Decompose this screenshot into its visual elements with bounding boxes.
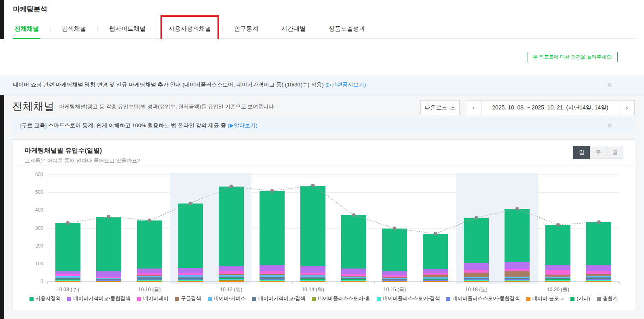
legend-item-총합계[interactable]: 총합계: [597, 295, 618, 302]
bar-segment-네이버가격비교-통합검색: [96, 271, 121, 277]
prev-date-button[interactable]: ‹: [466, 100, 481, 115]
legend-label: 총합계: [603, 295, 618, 302]
stacked-bar-10.13 (월)[interactable]: [260, 191, 285, 282]
date-range-selector[interactable]: 2025. 10. 08. ~ 2025. 10. 21. (지난14일, 14…: [481, 100, 619, 115]
tab-검색채널[interactable]: 검색채널: [60, 19, 88, 38]
bar-segment-네이버 블로그: [341, 281, 366, 282]
tab-웹사이트채널[interactable]: 웹사이트채널: [108, 19, 147, 38]
y-axis-tick-label: 200: [26, 243, 43, 249]
legend-item-네이버-서비스[interactable]: 네이버-서비스: [208, 295, 246, 302]
legend-item-네이버페이[interactable]: 네이버페이: [137, 295, 169, 302]
x-axis-tick: [619, 282, 620, 284]
y-axis-tick-label: 500: [26, 189, 43, 195]
legend-swatch: [137, 297, 141, 301]
x-axis-label: 10.14 (화): [289, 286, 337, 293]
education-link[interactable]: (▶알아보기): [228, 122, 257, 129]
tab-상품노출성과[interactable]: 상품노출성과: [327, 19, 367, 38]
tab-separator: [317, 26, 317, 32]
period-button-주[interactable]: 주: [590, 146, 607, 159]
tab-전체채널[interactable]: 전체채널: [13, 19, 40, 38]
feedback-button[interactable]: 본 리포트에 대한 의견을 들려주세요!: [528, 52, 618, 62]
bar-segment-네이버가격비교-통합검색: [137, 269, 162, 273]
legend-swatch: [30, 297, 34, 301]
x-axis-label: 10.08 (수): [44, 286, 92, 293]
bar-segment-네이버가격비교-통합검색: [260, 265, 285, 271]
bar-segment-네이버 블로그: [219, 281, 244, 282]
legend-item-네이버가격비교-통합검색[interactable]: 네이버가격비교-통합검색: [67, 295, 131, 302]
stacked-bar-10.17 (금)[interactable]: [423, 234, 448, 282]
legend-item-네이버플러스스토어-검색[interactable]: 네이버플러스스토어-검색: [377, 295, 440, 302]
legend-item-네이버플러스스토어-홈[interactable]: 네이버플러스스토어-홈: [312, 295, 370, 302]
x-axis-tick: [456, 282, 456, 284]
legend-item-네이버가격비교-검색[interactable]: 네이버가격비교-검색: [252, 295, 306, 302]
stacked-bar-10.12 (일)[interactable]: [219, 187, 244, 282]
stacked-bar-10.15 (수)[interactable]: [341, 215, 366, 282]
bar-segment-네이버 블로그: [300, 281, 325, 282]
x-axis-label: 10.16 (목): [370, 286, 419, 293]
gridline-y-0: 0: [47, 281, 619, 282]
x-axis-tick: [292, 282, 293, 284]
legend-item-구글검색[interactable]: 구글검색: [175, 295, 201, 302]
tab-시간대별[interactable]: 시간대별: [280, 19, 307, 38]
content-area: 전체채널 마케팅채널(광고 등 각종 유입수단)별 성과(유입수, 결제금액)를…: [4, 95, 644, 319]
bar-segment-사용자정의: [505, 209, 530, 262]
period-button-월[interactable]: 월: [606, 146, 623, 159]
stacked-bar-10.16 (목)[interactable]: [382, 229, 407, 282]
download-icon: [450, 105, 456, 110]
legend-label: 네이버페이: [143, 295, 169, 302]
toolbar-band: 본 리포트에 대한 의견을 들려주세요!: [0, 39, 644, 75]
stacked-bar-10.11 (토)[interactable]: [178, 204, 203, 282]
section-description: 마케팅채널(광고 등 각종 유입수단)별 성과(유입수, 결제금액)를 유입일 …: [59, 103, 275, 110]
legend-item-(기타)[interactable]: (기타): [570, 295, 590, 302]
bar-segment-네이버가격비교-통합검색: [300, 266, 325, 273]
stacked-bar-10.20 (월)[interactable]: [545, 225, 570, 282]
download-button[interactable]: 다운로드: [420, 100, 460, 115]
page-header: 마케팅분석 전체채널검색채널웹사이트채널사용자정의채널인구통계시간대별상품노출성…: [4, 0, 644, 39]
bar-segment-사용자정의: [586, 222, 611, 265]
tab-bar: 전체채널검색채널웹사이트채널사용자정의채널인구통계시간대별상품노출성과: [13, 19, 636, 39]
y-axis-tick-label: 300: [26, 225, 43, 231]
period-button-일[interactable]: 일: [573, 146, 590, 159]
legend-label: 네이버플러스스토어-홈: [318, 295, 370, 302]
gridline-y-400: 400: [47, 210, 619, 210]
stacked-bar-10.09 (목)[interactable]: [96, 217, 121, 282]
bar-segment-네이버가격비교-통합검색: [423, 269, 448, 273]
legend-label: 네이버가격비교-통합검색: [73, 295, 131, 302]
stacked-bar-10.14 (화)[interactable]: [300, 186, 325, 282]
bar-segment-네이버가격비교-통합검색: [341, 269, 366, 274]
chart-card: 마케팅채널별 유입수(일별) 고객들은 어디를 통해 얼마나 들어오고 있을까요…: [12, 139, 635, 310]
tab-인구통계[interactable]: 인구통계: [232, 19, 260, 38]
legend-label: (기타): [576, 295, 590, 302]
education-banner: [무료 교육] 스마트스토어 통계, 쉽게 이해하고 100% 활용하는 법 온…: [12, 118, 635, 133]
legend-item-네이버 블로그[interactable]: 네이버 블로그: [526, 295, 564, 302]
tab-separator: [97, 26, 98, 32]
x-axis-tick: [374, 282, 375, 284]
bar-segment-네이버가격비교-통합검색: [382, 271, 407, 276]
stacked-bar-10.08 (수)[interactable]: [55, 223, 80, 282]
bar-segment-사용자정의: [423, 234, 448, 269]
next-date-button[interactable]: ›: [619, 100, 635, 115]
close-icon[interactable]: ✕: [607, 82, 612, 88]
bar-segment-네이버 블로그: [260, 281, 285, 282]
stacked-bar-10.18 (토)[interactable]: [464, 218, 489, 282]
bar-segment-네이버가격비교-통합검색: [219, 266, 244, 271]
x-axis-label: 10.20 (월): [534, 286, 582, 293]
divider: [13, 166, 635, 166]
stacked-bar-10.21 (화)[interactable]: [586, 222, 611, 282]
legend-item-네이버플러스스토어-통합검색[interactable]: 네이버플러스스토어-통합검색: [446, 295, 520, 302]
bar-segment-사용자정의: [55, 223, 80, 271]
x-axis-label: 10.10 (금): [125, 286, 174, 293]
tab-사용자정의채널[interactable]: 사용자정의채널: [167, 19, 213, 38]
bar-segment-네이버페이: [545, 270, 570, 274]
tab-separator: [50, 26, 51, 32]
legend-item-사용자정의[interactable]: 사용자정의: [30, 295, 61, 302]
close-icon[interactable]: ✕: [607, 122, 612, 129]
notice-link[interactable]: (▷관련공지보기): [325, 81, 366, 88]
legend-swatch: [175, 297, 179, 301]
education-text: [무료 교육] 스마트스토어 통계, 쉽게 이해하고 100% 활용하는 법 온…: [20, 122, 226, 129]
bar-segment-네이버 블로그: [96, 281, 121, 282]
gridline-y-500: 500: [47, 192, 619, 193]
stacked-bar-10.10 (금)[interactable]: [137, 220, 162, 282]
bar-segment-사용자정의: [178, 204, 203, 268]
stacked-bar-10.19 (일)[interactable]: [505, 209, 530, 282]
